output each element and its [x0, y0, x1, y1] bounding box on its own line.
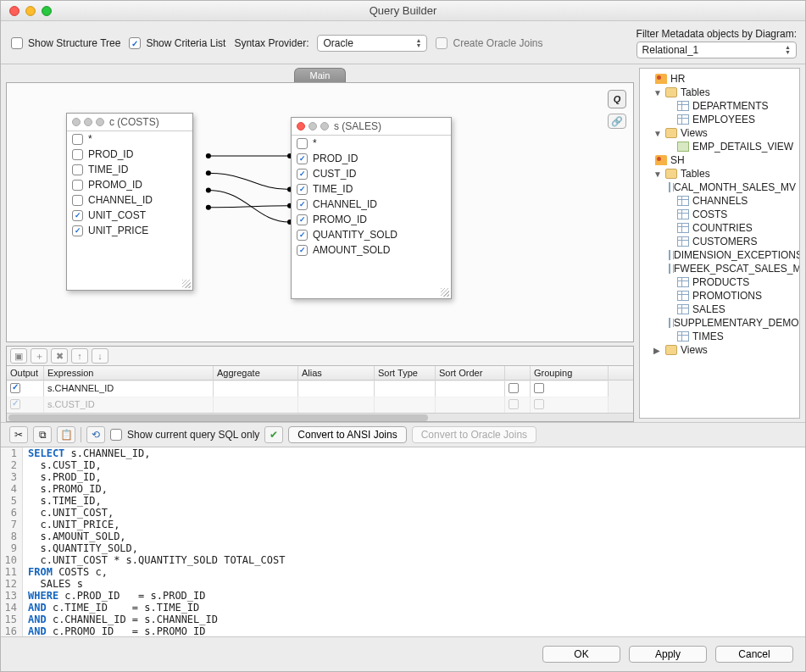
- tree-item[interactable]: HR: [642, 72, 798, 86]
- show-criteria-list-checkbox[interactable]: Show Criteria List: [129, 37, 225, 49]
- move-down-button[interactable]: ↓: [92, 348, 108, 364]
- filter-diagram-select[interactable]: Relational_1 ▲▼: [636, 42, 797, 58]
- criteria-header[interactable]: Sort Order: [436, 366, 505, 380]
- q-badge-icon[interactable]: Q: [608, 90, 626, 108]
- resize-grip-icon[interactable]: [441, 288, 449, 297]
- field-checkbox[interactable]: [72, 134, 83, 145]
- resize-grip-icon[interactable]: [182, 280, 191, 288]
- field-checkbox[interactable]: [297, 169, 308, 180]
- field-row[interactable]: UNIT_PRICE: [67, 223, 192, 238]
- refresh-icon[interactable]: ⟲: [86, 426, 105, 443]
- field-row[interactable]: PROD_ID: [292, 151, 451, 166]
- sort-order-cell[interactable]: [436, 397, 505, 413]
- show-structure-tree-checkbox[interactable]: Show Structure Tree: [11, 37, 120, 49]
- field-row[interactable]: TIME_ID: [292, 181, 451, 197]
- sort-type-cell[interactable]: [375, 380, 436, 397]
- paste-icon[interactable]: 📋: [57, 426, 75, 443]
- criteria-header[interactable]: Output: [7, 366, 44, 380]
- tab-main[interactable]: Main: [294, 68, 347, 82]
- tree-item[interactable]: ▼Views: [642, 126, 798, 140]
- output-cell[interactable]: [7, 397, 44, 413]
- field-row[interactable]: AMOUNT_SOLD: [292, 242, 451, 258]
- create-oracle-joins-checkbox[interactable]: Create Oracle Joins: [436, 37, 542, 49]
- alias-cell[interactable]: [298, 397, 375, 413]
- table-node-costs[interactable]: c (COSTS) *PROD_IDTIME_IDPROMO_IDCHANNEL…: [66, 113, 193, 291]
- alias-cell[interactable]: [298, 380, 375, 397]
- criteria-header[interactable]: Expression: [44, 366, 214, 380]
- expression-cell[interactable]: s.CHANNEL_ID: [44, 380, 214, 397]
- field-checkbox[interactable]: [297, 245, 308, 256]
- field-row[interactable]: QUANTITY_SOLD: [292, 227, 451, 242]
- convert-ansi-button[interactable]: Convert to ANSI Joins: [288, 426, 406, 443]
- field-checkbox[interactable]: [297, 184, 308, 195]
- aggregate-cell[interactable]: [214, 380, 298, 397]
- sort-order-cell[interactable]: [436, 380, 505, 397]
- flag-cell[interactable]: [505, 397, 531, 413]
- output-cell[interactable]: [7, 380, 44, 397]
- field-checkbox[interactable]: [72, 149, 83, 160]
- field-checkbox[interactable]: [297, 214, 308, 225]
- twist-icon[interactable]: ▼: [653, 88, 662, 97]
- tree-item[interactable]: PROMOTIONS: [642, 289, 798, 303]
- window-minimize-icon[interactable]: [25, 6, 36, 16]
- criteria-header[interactable]: Grouping: [531, 366, 609, 380]
- expression-cell[interactable]: s.CUST_ID: [44, 397, 214, 413]
- apply-button[interactable]: Apply: [629, 646, 707, 663]
- aggregate-cell[interactable]: [214, 397, 298, 413]
- field-checkbox[interactable]: [72, 195, 83, 206]
- grouping-cell[interactable]: [531, 397, 609, 413]
- field-row[interactable]: CHANNEL_ID: [292, 197, 451, 212]
- show-current-sql-checkbox[interactable]: Show current query SQL only: [110, 429, 259, 441]
- sql-editor[interactable]: 1SELECT s.CHANNEL_ID,2 s.CUST_ID,3 s.PRO…: [1, 447, 805, 636]
- twist-icon[interactable]: ▼: [653, 129, 662, 138]
- tree-item[interactable]: COUNTRIES: [642, 221, 798, 235]
- field-checkbox[interactable]: [297, 138, 308, 149]
- tree-item[interactable]: SUPPLEMENTARY_DEMOGRAPHICS: [642, 316, 798, 330]
- tree-item[interactable]: TIMES: [642, 330, 798, 343]
- tree-item[interactable]: EMPLOYEES: [642, 113, 798, 126]
- tree-item[interactable]: ▼Tables: [642, 167, 798, 180]
- criteria-header[interactable]: [505, 366, 531, 380]
- field-checkbox[interactable]: [297, 153, 308, 164]
- field-row[interactable]: CHANNEL_ID: [67, 192, 192, 208]
- cut-icon[interactable]: ✂: [9, 426, 28, 443]
- field-row[interactable]: PROMO_ID: [67, 177, 192, 192]
- delete-row-button[interactable]: ✖: [51, 348, 68, 364]
- criteria-header[interactable]: Sort Type: [375, 366, 436, 380]
- tree-item[interactable]: DIMENSION_EXCEPTIONS: [642, 248, 798, 262]
- field-row[interactable]: PROMO_ID: [292, 212, 451, 227]
- field-row[interactable]: *: [292, 136, 451, 151]
- tree-item[interactable]: CHANNELS: [642, 194, 798, 208]
- tree-item[interactable]: FWEEK_PSCAT_SALES_MV: [642, 262, 798, 275]
- validate-icon[interactable]: ✔: [264, 426, 283, 443]
- tree-item[interactable]: ▶Views: [642, 343, 798, 357]
- move-up-button[interactable]: ↑: [71, 348, 88, 364]
- tree-item[interactable]: DEPARTMENTS: [642, 99, 798, 113]
- cancel-button[interactable]: Cancel: [715, 646, 793, 663]
- table-node-sales[interactable]: s (SALES) *PROD_IDCUST_IDTIME_IDCHANNEL_…: [291, 117, 452, 299]
- criteria-row[interactable]: s.CHANNEL_ID: [7, 380, 633, 397]
- field-checkbox[interactable]: [72, 210, 83, 221]
- tree-item[interactable]: ▼Tables: [642, 86, 798, 99]
- tree-item[interactable]: SH: [642, 153, 798, 167]
- criteria-header[interactable]: Alias: [298, 366, 375, 380]
- twist-icon[interactable]: ▶: [653, 346, 662, 355]
- field-checkbox[interactable]: [72, 164, 83, 175]
- field-checkbox[interactable]: [72, 180, 83, 191]
- field-checkbox[interactable]: [297, 199, 308, 210]
- field-row[interactable]: TIME_ID: [67, 162, 192, 177]
- toggle-button[interactable]: ▣: [10, 348, 27, 364]
- ok-button[interactable]: OK: [542, 646, 620, 663]
- link-icon[interactable]: 🔗: [608, 114, 626, 129]
- flag-cell[interactable]: [505, 380, 531, 397]
- field-checkbox[interactable]: [297, 230, 308, 241]
- twist-icon[interactable]: ▼: [653, 169, 662, 179]
- window-zoom-icon[interactable]: [42, 6, 52, 16]
- grouping-cell[interactable]: [531, 380, 609, 397]
- sort-type-cell[interactable]: [375, 397, 436, 413]
- add-row-button[interactable]: ＋: [31, 348, 47, 364]
- tree-item[interactable]: CAL_MONTH_SALES_MV: [642, 180, 798, 194]
- criteria-hscroll[interactable]: [7, 413, 633, 421]
- tree-item[interactable]: SALES: [642, 303, 798, 316]
- criteria-header[interactable]: Aggregate: [214, 366, 298, 380]
